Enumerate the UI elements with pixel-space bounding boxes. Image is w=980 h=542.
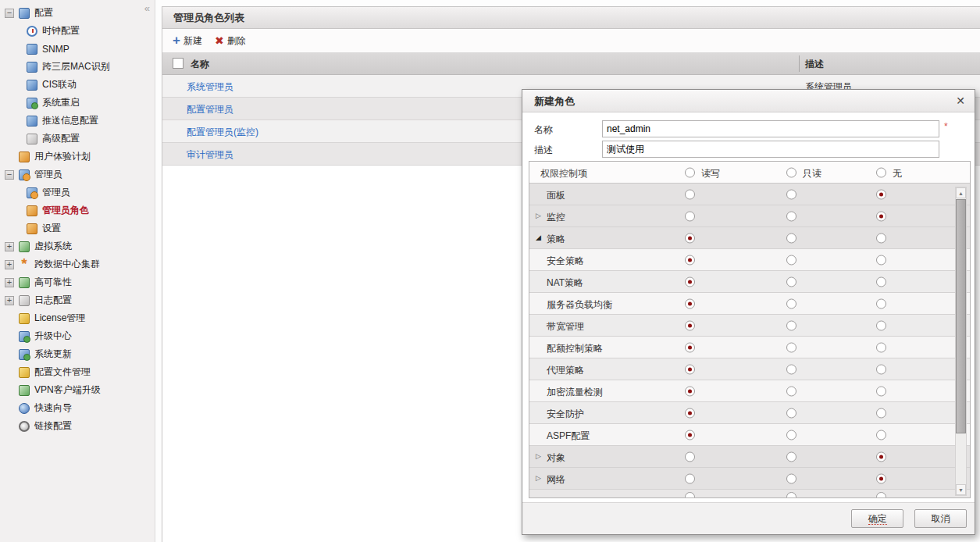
radio-none[interactable]: [876, 298, 886, 308]
select-all-checkbox[interactable]: [173, 58, 184, 69]
radio-readwrite[interactable]: [685, 211, 695, 221]
plus-expander-icon[interactable]: +: [5, 242, 14, 251]
sidebar-item[interactable]: VPN客户端升级: [0, 381, 155, 399]
radio-readwrite[interactable]: [685, 233, 695, 243]
radio-none[interactable]: [876, 342, 886, 352]
sidebar-item[interactable]: 系统更新: [0, 345, 155, 363]
radio-readonly[interactable]: [786, 211, 796, 221]
name-input[interactable]: [602, 120, 939, 137]
radio-readonly[interactable]: [786, 473, 796, 483]
sidebar-item[interactable]: +虚拟系统: [0, 237, 155, 255]
new-button[interactable]: + 新建: [173, 34, 202, 48]
minus-expander-icon[interactable]: −: [5, 170, 14, 180]
sidebar-item[interactable]: 推送信息配置: [0, 112, 155, 130]
sidebar-item[interactable]: 管理员: [0, 184, 155, 201]
expand-arrow-icon[interactable]: ▷: [536, 474, 541, 482]
radio-readwrite[interactable]: [685, 430, 695, 440]
sidebar-item[interactable]: 跨三层MAC识别: [0, 58, 155, 76]
radio-none[interactable]: [876, 211, 886, 221]
sidebar-item[interactable]: +高可靠性: [0, 273, 155, 291]
radio-readonly[interactable]: [786, 451, 796, 462]
sidebar-item[interactable]: 用户体验计划: [0, 148, 155, 166]
scroll-down-icon[interactable]: ▼: [956, 484, 966, 495]
desc-input[interactable]: [602, 141, 939, 158]
radio-readonly[interactable]: [786, 189, 796, 199]
sidebar-item[interactable]: 升级中心: [0, 327, 155, 345]
radio-readwrite[interactable]: [685, 298, 695, 308]
sidebar-item[interactable]: 链接配置: [0, 417, 155, 435]
link-config-icon: [19, 421, 30, 432]
minus-expander-icon[interactable]: −: [5, 9, 14, 18]
sidebar-item[interactable]: +*跨数据中心集群: [0, 255, 155, 273]
radio-none[interactable]: [876, 451, 886, 462]
role-name-link[interactable]: 系统管理员: [187, 80, 233, 94]
radio-readwrite[interactable]: [685, 492, 695, 498]
sidebar-item[interactable]: CIS联动: [0, 76, 155, 94]
sidebar-item[interactable]: 时钟配置: [0, 22, 155, 40]
radio-none[interactable]: [876, 320, 886, 330]
radio-readwrite[interactable]: [685, 451, 695, 462]
radio-none[interactable]: [876, 255, 886, 265]
scroll-up-icon[interactable]: ▲: [956, 187, 966, 198]
radio-none[interactable]: [876, 430, 886, 440]
sidebar-item[interactable]: +日志配置: [0, 291, 155, 309]
sidebar-item[interactable]: 管理员角色: [0, 201, 155, 219]
radio-readonly[interactable]: [786, 298, 796, 308]
delete-button[interactable]: ✖ 删除: [215, 34, 246, 48]
sidebar-item[interactable]: License管理: [0, 309, 155, 327]
radio-readonly[interactable]: [786, 276, 796, 287]
header-radio-readwrite[interactable]: [685, 167, 695, 177]
radio-readonly[interactable]: [786, 408, 796, 418]
radio-readwrite[interactable]: [685, 276, 695, 287]
radio-none[interactable]: [876, 386, 886, 396]
radio-none[interactable]: [876, 408, 886, 418]
sidebar-item[interactable]: 设置: [0, 219, 155, 237]
radio-readwrite[interactable]: [685, 320, 695, 330]
cancel-button[interactable]: 取消: [914, 509, 967, 528]
radio-readwrite[interactable]: [685, 364, 695, 374]
radio-none[interactable]: [876, 473, 886, 483]
plus-expander-icon[interactable]: +: [5, 296, 14, 305]
scrollbar[interactable]: ▲ ▼: [955, 187, 967, 496]
plus-expander-icon[interactable]: +: [5, 278, 14, 287]
sidebar-item[interactable]: 快速向导: [0, 399, 155, 417]
scrollbar-thumb[interactable]: [956, 199, 966, 433]
sidebar-item[interactable]: −管理员: [0, 166, 155, 184]
radio-none[interactable]: [876, 189, 886, 199]
collapse-arrow-icon[interactable]: ◢: [536, 234, 541, 241]
radio-readonly[interactable]: [786, 233, 796, 243]
sidebar-item[interactable]: −配置: [0, 4, 155, 22]
radio-readonly[interactable]: [786, 492, 796, 498]
radio-readonly[interactable]: [786, 386, 796, 396]
radio-none[interactable]: [876, 364, 886, 374]
ok-button[interactable]: 确定: [851, 509, 903, 528]
radio-none[interactable]: [876, 233, 886, 243]
sidebar-item[interactable]: SNMP: [0, 40, 155, 58]
expand-arrow-icon[interactable]: ▷: [536, 212, 541, 219]
radio-readwrite[interactable]: [685, 342, 695, 352]
radio-readwrite[interactable]: [685, 386, 695, 396]
radio-readwrite[interactable]: [685, 408, 695, 418]
sidebar-item[interactable]: 系统重启: [0, 94, 155, 112]
close-icon[interactable]: ✕: [956, 90, 965, 112]
radio-readwrite[interactable]: [685, 255, 695, 265]
expand-arrow-icon[interactable]: ▷: [536, 452, 541, 460]
header-radio-none[interactable]: [876, 167, 886, 177]
radio-readonly[interactable]: [786, 255, 796, 265]
radio-none[interactable]: [876, 492, 886, 498]
radio-readonly[interactable]: [786, 320, 796, 330]
radio-none[interactable]: [876, 276, 886, 287]
radio-readwrite[interactable]: [685, 473, 695, 483]
header-radio-readonly[interactable]: [786, 167, 796, 177]
role-name-link[interactable]: 配置管理员(监控): [187, 126, 258, 139]
radio-readonly[interactable]: [786, 430, 796, 440]
plus-expander-icon[interactable]: +: [5, 260, 14, 269]
radio-readonly[interactable]: [786, 364, 796, 374]
radio-readwrite[interactable]: [685, 189, 695, 199]
permission-row: 安全防护: [529, 402, 970, 424]
role-name-link[interactable]: 审计管理员: [187, 148, 233, 162]
sidebar-item[interactable]: 高级配置: [0, 130, 155, 148]
role-name-link[interactable]: 配置管理员: [187, 103, 233, 116]
radio-readonly[interactable]: [786, 342, 796, 352]
sidebar-item[interactable]: 配置文件管理: [0, 363, 155, 381]
